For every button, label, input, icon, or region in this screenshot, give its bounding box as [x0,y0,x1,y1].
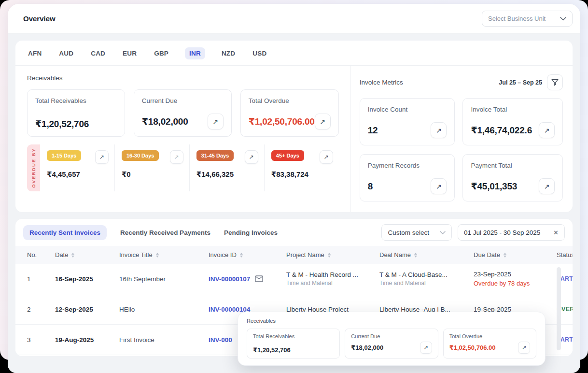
table-row[interactable]: 1 16-Sep-2025 16th September INV-0000010… [15,264,573,294]
open-arrow-button[interactable]: ↗ [518,342,530,354]
overlay-stat-label: Total Overdue [449,333,530,339]
stat-label: Payment Records [368,162,447,169]
currency-tab-afn[interactable]: AFN [27,47,42,59]
app-header: Overview Select Business Unit [8,4,580,34]
sort-icon[interactable] [156,253,159,258]
total-overdue-card: Total Overdue ₹1,02,50,706.00 ↗ [240,89,339,137]
stat-label: Invoice Total [471,106,555,113]
stat-label: Invoice Count [368,106,447,113]
overdue-chip: 16-30 Days [122,150,159,161]
sort-icon[interactable] [71,253,74,258]
invoice-metrics-title: Invoice Metrics [360,79,403,86]
currency-tab-aud[interactable]: AUD [58,47,74,59]
envelope-icon[interactable] [255,275,263,282]
clear-date-range-icon[interactable]: ✕ [553,229,559,236]
overlay-stat-label: Total Receivables [253,333,334,339]
overdue-bucket-16-30: 16-30 Days ↗ ₹0 [114,144,189,191]
invoices-toolbar: Recently Sent Invoices Recently Received… [15,219,573,246]
total-receivables-value: ₹1,20,52,706 [35,118,89,129]
overdue-bucket-45plus: 45+ Days ↗ ₹83,38,724 [264,144,339,191]
metrics-period: Jul 25 – Sep 25 [499,79,542,86]
payment-total-value: ₹45,01,353 [471,181,517,192]
overdue-by-tab: OVERDUE BY [27,144,40,191]
table-header-row: No. Date Invoice Title Invoice ID Projec… [15,246,573,264]
invoice-title: First Invoice [119,336,209,344]
row-number: 2 [27,306,55,313]
invoice-date: 16-Sep-2025 [55,275,119,283]
payment-total-card: Payment Total ₹45,01,353 ↗ [462,154,563,201]
open-arrow-button[interactable]: ↗ [95,150,109,164]
payment-records-value: 8 [368,181,373,192]
currency-tab-cad[interactable]: CAD [90,47,106,59]
range-type-select-value: Custom select [388,229,429,236]
invoice-date: 12-Sep-2025 [55,306,119,313]
open-arrow-button[interactable]: ↗ [170,150,183,164]
overdue-bucket-value: ₹14,66,325 [196,170,258,179]
tab-recently-sent-invoices[interactable]: Recently Sent Invoices [23,225,107,240]
currency-tab-gbp[interactable]: GBP [153,47,169,59]
overdue-bucket-value: ₹83,38,724 [271,170,333,179]
column-date: Date [55,251,119,258]
receivables-section: Receivables Total Receivables ₹1,20,52,7… [15,66,351,212]
invoice-total-value: ₹1,46,74,022.6 [471,125,532,136]
invoice-total-card: Invoice Total ₹1,46,74,022.6 ↗ [462,98,563,145]
business-unit-select-placeholder: Select Business Unit [488,15,546,22]
column-deal-name: Deal Name [379,251,474,258]
invoice-metrics-section: Invoice Metrics Jul 25 – Sep 25 [351,66,573,212]
overdue-bucket-1-15: 1-15 Days ↗ ₹4,45,657 [40,144,114,191]
total-receivables-card: Total Receivables ₹1,20,52,706 [27,89,125,137]
due-date: 23-Sep-2025 [474,271,557,278]
overlay-stat-label: Current Due [351,333,432,339]
sort-icon[interactable] [328,253,331,258]
open-arrow-button[interactable]: ↗ [420,342,432,354]
open-arrow-button[interactable]: ↗ [431,122,447,138]
invoice-id-link[interactable]: INV-00000107 [209,275,250,283]
column-status: Status [557,251,573,258]
receivables-overlay-card[interactable]: Receivables Total Receivables ₹1,20,52,7… [238,312,546,366]
open-arrow-button[interactable]: ↗ [208,114,224,129]
chevron-down-icon [560,17,566,21]
receivables-title: Receivables [27,74,339,82]
overlay-total-receivables-value: ₹1,20,52,706 [253,346,291,354]
overdue-chip: 45+ Days [271,150,304,161]
currency-tab-eur[interactable]: EUR [122,47,138,59]
column-no: No. [27,251,55,258]
column-due-date: Due Date [474,251,557,258]
currency-tab-nzd[interactable]: NZD [221,47,236,59]
invoice-id-link[interactable]: INV-000 [209,336,232,344]
row-number: 1 [27,275,55,283]
table-scrollbar[interactable] [557,267,561,350]
range-type-select[interactable]: Custom select [381,224,452,241]
invoice-title: HEllo [119,306,209,313]
overlay-total-overdue-value: ₹1,02,50,706.00 [449,344,496,351]
invoice-id-cell: INV-00000107 [209,275,286,283]
open-arrow-button[interactable]: ↗ [320,150,333,164]
currency-tab-inr-active[interactable]: INR [185,47,205,59]
sort-icon[interactable] [414,253,417,258]
overlay-total-receivables-card: Total Receivables ₹1,20,52,706 [247,329,340,359]
currency-tab-usd[interactable]: USD [252,47,267,59]
invoice-title: 16th September [119,275,209,283]
overdue-by-strip: OVERDUE BY 1-15 Days ↗ ₹4,45,657 [27,144,339,191]
column-invoice-title: Invoice Title [119,251,209,258]
date-range-input[interactable]: 01 Jul 2025 - 30 Sep 2025 ✕ [458,224,565,241]
filter-icon [551,79,559,86]
stat-label: Total Overdue [249,97,331,104]
open-arrow-button[interactable]: ↗ [315,114,331,129]
overlay-current-due-value: ₹18,02,000 [351,344,383,351]
stat-label: Current Due [142,97,224,104]
filter-button[interactable] [547,74,563,90]
business-unit-select[interactable]: Select Business Unit [482,11,573,27]
open-arrow-button[interactable]: ↗ [245,150,258,164]
overlay-total-overdue-card: Total Overdue ₹1,02,50,706.00 ↗ [443,329,536,359]
open-arrow-button[interactable]: ↗ [539,122,555,138]
sort-icon[interactable] [504,253,506,258]
open-arrow-button[interactable]: ↗ [539,178,555,194]
tab-recently-received-payments[interactable]: Recently Received Payments [120,229,210,236]
tab-pending-invoices[interactable]: Pending Invoices [224,229,278,236]
open-arrow-button[interactable]: ↗ [431,178,447,194]
sort-icon[interactable] [240,253,243,258]
due-date-cell: 23-Sep-2025 Overdue by 78 days [474,271,557,287]
deal-name-cell: T & M - A Cloud-Base... Time and Materia… [379,271,474,287]
overdue-by-label: OVERDUE BY [31,148,36,188]
